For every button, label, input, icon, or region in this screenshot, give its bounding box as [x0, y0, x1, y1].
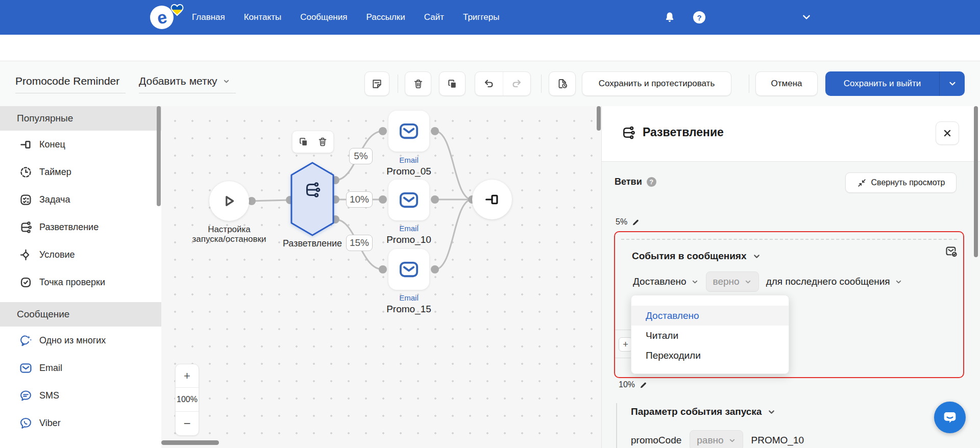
palette-item-checkpoint[interactable]: Точка проверки — [0, 268, 161, 296]
save-and-exit-button[interactable]: Сохранить и выйти — [825, 71, 939, 96]
email-node-promo10[interactable] — [388, 180, 429, 220]
zoom-out-button[interactable]: − — [176, 412, 199, 435]
email-node-name: Promo_10 — [358, 234, 460, 245]
collapse-preview-button[interactable]: Свернуть просмотр — [845, 172, 957, 193]
panel-scrollbar[interactable] — [974, 106, 978, 257]
palette-item-task[interactable]: Задача — [0, 186, 161, 213]
bell-icon[interactable] — [663, 11, 676, 24]
end-icon — [19, 138, 33, 152]
branches-section-header: Ветви ? — [615, 177, 656, 187]
nav-item-site[interactable]: Сайт — [424, 12, 444, 22]
node-mini-toolbar — [292, 131, 334, 153]
palette-item-condition[interactable]: Условие — [0, 241, 161, 268]
delete-node-icon[interactable] — [317, 136, 328, 147]
palette-item-end[interactable]: Конец — [0, 131, 161, 158]
close-panel-button[interactable] — [936, 121, 959, 145]
branch-node-label: Разветвление — [266, 239, 358, 248]
param-operator-dropdown[interactable]: равно — [690, 430, 743, 448]
scope-dropdown[interactable]: для последнего сообщения — [766, 276, 902, 287]
cancel-label: Отмена — [771, 79, 802, 89]
event-type-dropdown[interactable]: Доставлено — [633, 276, 699, 287]
app-logo[interactable]: e — [150, 5, 187, 31]
collapse-icon — [857, 178, 867, 188]
param-field: promoCode — [631, 435, 681, 446]
version-history-button[interactable] — [549, 71, 576, 96]
end-node[interactable] — [472, 180, 512, 219]
palette-item-viber[interactable]: Viber — [0, 409, 161, 437]
chevron-down-icon — [752, 252, 761, 261]
chevron-down-icon — [691, 278, 699, 286]
canvas-horizontal-scrollbar[interactable] — [161, 440, 219, 445]
dropdown-option-delivered[interactable]: Доставлено — [631, 306, 789, 326]
canvas-vertical-scrollbar[interactable] — [597, 106, 601, 131]
edit-pencil-icon[interactable] — [639, 381, 648, 389]
palette-section-message: Сообщение — [0, 302, 161, 327]
scenario-title[interactable]: Promocode Reminder — [15, 75, 126, 93]
duplicate-node-icon[interactable] — [298, 136, 309, 147]
viber-icon — [19, 416, 33, 430]
nav-item-triggers[interactable]: Триггеры — [463, 12, 500, 22]
top-white-strip — [0, 35, 980, 61]
condition-row: Доставлено верно для последнего сообщени… — [633, 271, 902, 292]
account-chevron-down-icon[interactable] — [801, 13, 812, 21]
branch2-percent-row: 10% — [619, 380, 648, 389]
start-node[interactable] — [209, 181, 249, 221]
checkpoint-icon — [19, 276, 33, 289]
zoom-control: + 100% − — [175, 364, 199, 436]
param-condition-row: promoCode равно PROMO_10 — [631, 430, 804, 448]
sidebar-scrollbar[interactable] — [157, 106, 161, 206]
panel-title: Разветвление — [643, 126, 724, 139]
email-node-promo15[interactable] — [388, 249, 429, 290]
email-node-promo05[interactable] — [388, 111, 429, 152]
node-palette-sidebar: Популярные Конец Таймер Задача Разветвле… — [0, 106, 161, 448]
help-icon[interactable]: ? — [693, 11, 705, 23]
dropdown-option-read[interactable]: Читали — [631, 326, 789, 345]
zoom-in-button[interactable]: + — [176, 364, 199, 388]
zoom-level: 100% — [176, 388, 199, 412]
timer-icon — [19, 165, 33, 179]
chevron-down-icon — [223, 78, 230, 85]
save-and-test-button[interactable]: Сохранить и протестировать — [582, 71, 731, 96]
add-condition-button[interactable]: + — [619, 337, 632, 352]
email-node-type: Email — [368, 224, 450, 233]
support-chat-button[interactable] — [934, 402, 966, 433]
end-icon — [483, 191, 501, 208]
note-button[interactable] — [364, 71, 389, 96]
top-nav: e Главная Контакты Сообщения Рассылки Са… — [0, 0, 980, 35]
condition-icon — [19, 248, 33, 262]
toolbar-divider — [749, 74, 749, 93]
add-tag-dropdown[interactable]: Добавить метку — [139, 75, 236, 93]
email-node-name: Promo_15 — [358, 304, 460, 315]
operator-dropdown[interactable]: верно — [706, 271, 759, 292]
save-and-exit-chevron-button[interactable] — [939, 71, 965, 96]
palette-item-email[interactable]: Email — [0, 354, 161, 382]
chevron-down-icon — [895, 278, 902, 286]
undo-button[interactable] — [475, 72, 503, 95]
main-menu: Главная Контакты Сообщения Рассылки Сайт… — [192, 0, 500, 35]
nav-item-messages[interactable]: Сообщения — [300, 12, 347, 22]
delete-button[interactable] — [405, 71, 431, 96]
nav-item-campaigns[interactable]: Рассылки — [366, 12, 405, 22]
one-of-many-icon — [19, 334, 33, 347]
palette-item-sms[interactable]: SMS — [0, 382, 161, 409]
palette-item-branch[interactable]: Разветвление — [0, 213, 161, 241]
message-events-group-dropdown[interactable]: События в сообщениях — [632, 251, 761, 262]
branch-node[interactable] — [290, 161, 335, 237]
redo-button[interactable] — [503, 72, 531, 95]
email-node-type: Email — [368, 156, 450, 164]
flow-canvas[interactable]: Настройка запуска/остановки Разветвление… — [161, 106, 601, 448]
select-messages-icon[interactable] — [944, 244, 958, 258]
cancel-button[interactable]: Отмена — [755, 71, 818, 96]
copy-button[interactable] — [439, 71, 465, 96]
branch-percent-badge[interactable]: 10% — [346, 191, 373, 208]
edit-pencil-icon[interactable] — [631, 218, 640, 227]
palette-item-timer[interactable]: Таймер — [0, 158, 161, 186]
palette-item-one-of-many[interactable]: Одно из многих — [0, 327, 161, 354]
start-event-param-group-dropdown[interactable]: Параметр события запуска — [631, 406, 776, 417]
nav-item-contacts[interactable]: Контакты — [244, 12, 281, 22]
dropdown-option-clicked[interactable]: Переходили — [631, 345, 789, 365]
param-value: PROMO_10 — [751, 435, 804, 446]
help-question-icon[interactable]: ? — [647, 177, 656, 187]
nav-item-home[interactable]: Главная — [192, 12, 225, 22]
branch-icon — [19, 220, 33, 234]
